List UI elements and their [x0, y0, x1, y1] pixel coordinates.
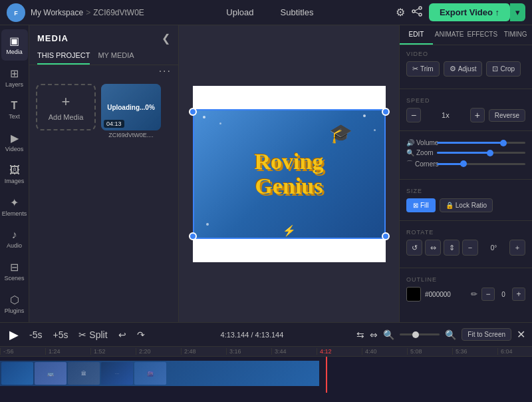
media-tabs: THIS PROJECT MY MEDIA [29, 49, 178, 65]
handle-bottom-right[interactable] [382, 232, 390, 240]
divider-4 [400, 220, 532, 221]
sidebar-item-media[interactable]: ▣ Media [1, 29, 28, 61]
speed-section-title: SPEED [406, 97, 525, 104]
plus-icon: + [62, 93, 70, 110]
canvas-video[interactable]: 🎓 Roving Genius [193, 109, 386, 239]
handle-bottom-left[interactable] [189, 232, 197, 240]
lock-icon: 🔒 [446, 202, 454, 209]
videos-icon: ▶ [11, 132, 19, 144]
media-item[interactable]: Uploading...0% 04:13 [101, 84, 161, 130]
upload-button[interactable]: Upload [219, 5, 260, 20]
outline-color-swatch[interactable] [406, 287, 421, 302]
images-icon: 🖼 [9, 164, 20, 176]
ruler-mark: 5:08 [407, 348, 452, 355]
share-icon[interactable] [412, 6, 422, 19]
outline-plus-button[interactable]: + [512, 288, 525, 301]
sidebar-item-scenes[interactable]: ⊟ Scenes [1, 256, 28, 287]
media-icon: ▣ [9, 35, 19, 47]
media-more-button[interactable]: ··· [159, 65, 172, 77]
clip-thumb-2: 🚌 [35, 362, 66, 385]
top-bar: F My Workspace > ZCI69dVtW0E Upload Subt… [0, 0, 532, 25]
outline-section-title: OUTLINE [406, 276, 525, 283]
clip-thumb-5: 🌆 [134, 362, 166, 385]
zoom-slider[interactable] [400, 333, 440, 335]
media-panel-collapse-button[interactable]: ❮ [162, 32, 170, 45]
volume-slider[interactable] [437, 142, 525, 144]
zoom-slider[interactable] [437, 152, 525, 154]
timeline-icon1-button[interactable]: ⇆ [356, 329, 364, 340]
star-decoration [363, 114, 366, 117]
undo-button[interactable]: ↩ [116, 328, 129, 341]
zoom-thumb[interactable] [487, 150, 493, 156]
ruler-mark: 1:24 [45, 348, 90, 355]
tab-this-project[interactable]: THIS PROJECT [37, 49, 90, 65]
zoom-in-button[interactable]: 🔍 [445, 329, 456, 340]
lock-ratio-label: Lock Ratio [456, 202, 487, 209]
tab-timing[interactable]: TIMING [499, 25, 532, 45]
zoom-slider-thumb[interactable] [412, 331, 419, 338]
outline-edit-button[interactable]: ✏ [471, 290, 477, 299]
flip-h-button[interactable]: ⇔ [425, 240, 441, 256]
flip-v-button[interactable]: ⇕ [444, 240, 460, 256]
rotate-section: ROTATE ↺ ⇔ ⇕ − 0° + [400, 224, 532, 265]
adjust-button[interactable]: ⚙ Adjust [444, 61, 483, 77]
corners-slider[interactable] [437, 163, 525, 165]
speed-plus-button[interactable]: + [470, 108, 485, 122]
add-media-button[interactable]: + Add Media [36, 84, 96, 130]
export-button[interactable]: Export Video ↑ [429, 3, 510, 21]
timeline-icon2-button[interactable]: ⇔ [370, 329, 378, 340]
skip-forward-button[interactable]: +5s [50, 328, 70, 341]
svg-point-4 [419, 13, 422, 16]
sidebar-label-elements: Elements [2, 210, 27, 217]
volume-thumb[interactable] [500, 140, 507, 146]
volume-label: 🔊 Volume [406, 139, 433, 146]
crop-button[interactable]: ⊡ Crop [486, 61, 521, 77]
outline-minus-button[interactable]: − [481, 288, 495, 301]
ruler-mark: 1:52 [90, 348, 136, 355]
handle-top-left[interactable] [189, 108, 197, 116]
tab-animate[interactable]: ANIMATE [433, 25, 466, 45]
sidebar-item-text[interactable]: T Text [1, 95, 28, 125]
play-button[interactable]: ▶ [7, 326, 21, 343]
zoom-out-button[interactable]: 🔍 [383, 329, 394, 340]
volume-row: 🔊 Volume [406, 139, 525, 146]
tab-effects[interactable]: EFFECTS [466, 25, 499, 45]
canvas-refresh-button[interactable]: ⚡ [283, 224, 296, 237]
rotate-ccw-button[interactable]: ↺ [406, 240, 422, 256]
fit-to-screen-button[interactable]: Fit to Screen [462, 328, 511, 341]
split-button[interactable]: ✂ Split [76, 328, 110, 341]
trim-label: Trim [420, 65, 434, 73]
redo-button[interactable]: ↷ [134, 328, 148, 341]
tab-edit[interactable]: EDIT [400, 25, 433, 45]
sidebar-item-layers[interactable]: ⊞ Layers [1, 62, 28, 93]
handle-top-right[interactable] [382, 108, 390, 116]
sidebar-item-images[interactable]: 🖼 Images [1, 159, 28, 190]
tracks-container: 🚌 🏛 ··· 🌆 [0, 357, 532, 390]
sidebar-item-elements[interactable]: ✦ Elements [1, 191, 28, 222]
media-panel: MEDIA ❮ THIS PROJECT MY MEDIA ··· + Add … [29, 25, 179, 322]
rotate-plus-button[interactable]: + [509, 240, 525, 256]
timeline-close-button[interactable]: ✕ [517, 328, 525, 341]
sidebar-item-plugins[interactable]: ⬡ Plugins [1, 288, 28, 319]
canvas-wrapper[interactable]: 🎓 Roving Genius ⚡ [193, 86, 386, 262]
fill-button[interactable]: ⊠ Fill [406, 198, 436, 212]
reverse-button[interactable]: Reverse [489, 109, 525, 122]
rotate-degree: 0° [481, 244, 507, 252]
sidebar-item-videos[interactable]: ▶ Videos [1, 126, 28, 158]
settings-icon[interactable]: ⚙ [396, 6, 405, 19]
video-track-clip[interactable]: 🚌 🏛 ··· 🌆 [0, 361, 319, 386]
export-dropdown-button[interactable]: ▾ [510, 3, 525, 21]
speed-minus-button[interactable]: − [406, 108, 421, 122]
workspace-name[interactable]: My Workspace [31, 8, 83, 17]
top-bar-icons: ⚙ [396, 6, 422, 19]
subtitles-button[interactable]: Subtitles [274, 5, 321, 20]
rotate-minus-button[interactable]: − [462, 240, 478, 256]
sidebar-item-audio[interactable]: ♪ Audio [1, 224, 28, 254]
skip-back-button[interactable]: -5s [27, 328, 45, 341]
corners-thumb[interactable] [460, 160, 467, 167]
divider-2 [400, 130, 532, 131]
trim-button[interactable]: ✂ Trim [406, 61, 440, 77]
fill-icon: ⊠ [413, 202, 418, 209]
tab-my-media[interactable]: MY MEDIA [98, 49, 134, 65]
lock-ratio-button[interactable]: 🔒 Lock Ratio [440, 198, 493, 212]
